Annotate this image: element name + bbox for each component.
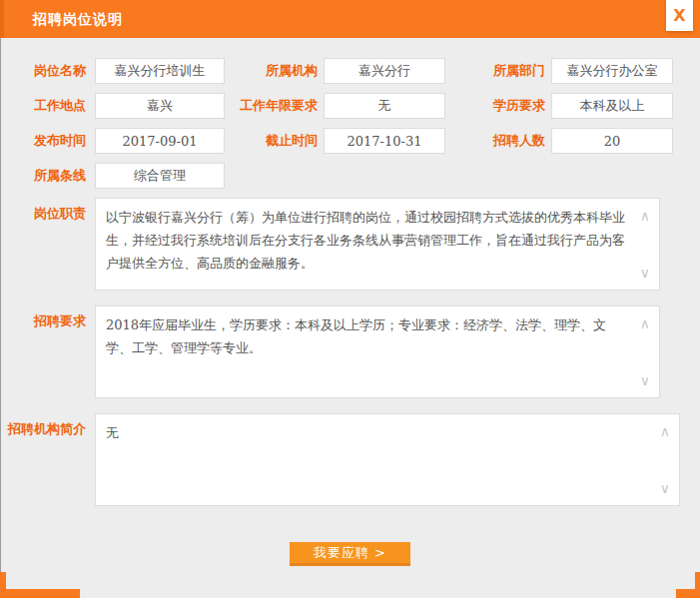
org-intro-text: 无	[96, 414, 679, 505]
form-row-1: 岗位名称 所属机构 所属部门	[0, 58, 700, 84]
form-row-3: 发布时间 截止时间 招聘人数	[0, 128, 700, 154]
apply-button-row: 我要应聘 >	[0, 542, 700, 566]
frame-corner-bottom-right	[676, 589, 700, 598]
apply-button[interactable]: 我要应聘 >	[290, 542, 410, 566]
field-label-job-duties: 岗位职责	[0, 198, 86, 291]
scroll-down-icon[interactable]: ∨	[660, 481, 670, 495]
recruiting-org-intro-section: 招聘机构简介 无 ∧ ∨	[0, 413, 700, 506]
education-requirement-field[interactable]	[551, 93, 673, 119]
position-name-field[interactable]	[95, 58, 225, 84]
job-duties-section: 岗位职责 以宁波银行嘉兴分行（筹）为单位进行招聘的岗位，通过校园招聘方式选拔的优…	[0, 198, 700, 291]
window-edge-line	[0, 38, 1, 572]
publish-date-field[interactable]	[95, 128, 225, 154]
scroll-down-icon[interactable]: ∨	[640, 373, 650, 387]
close-button[interactable]: X	[666, 0, 693, 31]
job-requirements-section: 招聘要求 2018年应届毕业生，学历要求：本科及以上学历；专业要求：经济学、法学…	[0, 305, 700, 398]
form-row-4: 所属条线	[0, 163, 700, 189]
org-intro-textarea[interactable]: 无 ∧ ∨	[95, 413, 680, 506]
field-label-organization: 所属机构	[233, 62, 318, 80]
job-description-dialog: 招聘岗位说明 X 岗位名称 所属机构 所属部门 工作地点 工作年限要求 学历要求…	[0, 0, 700, 598]
close-icon: X	[673, 6, 685, 25]
field-label-department: 所属部门	[457, 62, 545, 80]
headcount-field[interactable]	[551, 128, 673, 154]
job-requirements-textarea[interactable]: 2018年应届毕业生，学历要求：本科及以上学历；专业要求：经济学、法学、理学、文…	[95, 305, 660, 398]
job-requirements-text: 2018年应届毕业生，学历要求：本科及以上学历；专业要求：经济学、法学、理学、文…	[96, 306, 659, 397]
dialog-body: 岗位名称 所属机构 所属部门 工作地点 工作年限要求 学历要求 发布时间 截止时…	[0, 38, 700, 566]
field-label-job-requirements: 招聘要求	[0, 305, 86, 398]
field-label-education-requirement: 学历要求	[457, 97, 545, 115]
organization-field[interactable]	[324, 58, 445, 84]
job-duties-text: 以宁波银行嘉兴分行（筹）为单位进行招聘的岗位，通过校园招聘方式选拔的优秀本科毕业…	[96, 199, 659, 290]
form-row-2: 工作地点 工作年限要求 学历要求	[0, 93, 700, 119]
scroll-up-icon[interactable]: ∧	[660, 424, 670, 438]
field-label-org-intro: 招聘机构简介	[0, 413, 86, 506]
field-label-experience-requirement: 工作年限要求	[233, 97, 318, 115]
field-label-business-line: 所属条线	[0, 167, 86, 185]
dialog-title: 招聘岗位说明	[33, 11, 123, 29]
field-label-position-name: 岗位名称	[0, 62, 86, 80]
business-line-field[interactable]	[95, 163, 225, 189]
frame-corner-bottom-left	[0, 589, 80, 598]
field-label-publish-date: 发布时间	[0, 132, 86, 150]
scroll-up-icon[interactable]: ∧	[640, 209, 650, 223]
deadline-date-field[interactable]	[324, 128, 445, 154]
field-label-headcount: 招聘人数	[457, 132, 545, 150]
scroll-down-icon[interactable]: ∨	[640, 266, 650, 280]
field-label-deadline-date: 截止时间	[233, 132, 318, 150]
department-field[interactable]	[551, 58, 673, 84]
field-label-work-location: 工作地点	[0, 97, 86, 115]
scroll-up-icon[interactable]: ∧	[640, 316, 650, 330]
job-duties-textarea[interactable]: 以宁波银行嘉兴分行（筹）为单位进行招聘的岗位，通过校园招聘方式选拔的优秀本科毕业…	[95, 198, 660, 291]
experience-requirement-field[interactable]	[324, 93, 445, 119]
work-location-field[interactable]	[95, 93, 225, 119]
dialog-header: 招聘岗位说明 X	[0, 0, 700, 38]
